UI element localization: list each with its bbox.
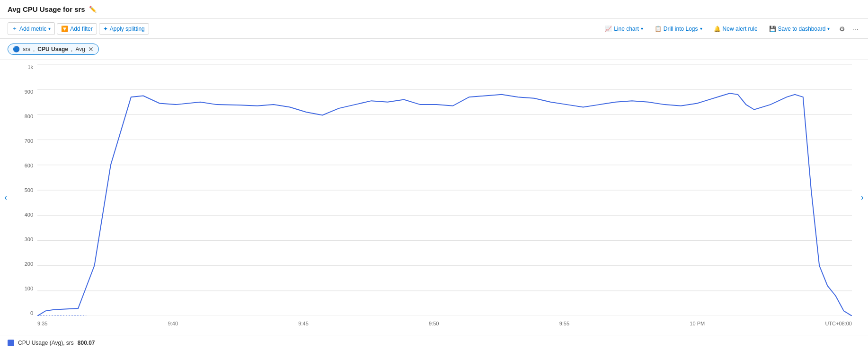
add-filter-button[interactable]: 🔽 Add filter bbox=[57, 23, 97, 35]
line-chart-button[interactable]: 📈 Line chart ▾ bbox=[601, 24, 647, 34]
x-axis: 9:35 9:40 9:45 9:50 9:55 10 PM UTC+08:00 bbox=[37, 321, 852, 326]
chart-svg bbox=[37, 64, 852, 316]
page-title: Avg CPU Usage for srs bbox=[8, 5, 85, 13]
y-label-700: 700 bbox=[25, 138, 33, 144]
y-label-100: 100 bbox=[25, 286, 33, 291]
y-label-0: 0 bbox=[30, 310, 33, 316]
legend-color-swatch bbox=[8, 340, 14, 346]
y-axis: 0 100 200 300 400 500 600 700 800 900 1k bbox=[11, 64, 36, 316]
save-icon: 💾 bbox=[769, 26, 776, 32]
apply-splitting-label: Apply splitting bbox=[110, 26, 145, 32]
chart-nav-right-button[interactable]: › bbox=[857, 60, 868, 335]
page: Avg CPU Usage for srs ✏️ ＋ Add metric ▾ … bbox=[0, 0, 868, 350]
filter-icon: 🔽 bbox=[61, 26, 68, 32]
metric-tag-remove-button[interactable]: ✕ bbox=[88, 46, 94, 52]
y-label-200: 200 bbox=[25, 261, 33, 267]
add-metric-chevron-icon: ▾ bbox=[48, 26, 51, 31]
x-label-950: 9:50 bbox=[429, 321, 439, 326]
add-filter-label: Add filter bbox=[70, 26, 92, 32]
legend-bar: CPU Usage (Avg), srs 800.07 bbox=[0, 335, 868, 350]
x-label-955: 9:55 bbox=[559, 321, 569, 326]
metric-tag: 🔵 srs , CPU Usage , Avg ✕ bbox=[8, 44, 99, 55]
drill-into-logs-label: Drill into Logs bbox=[664, 26, 698, 32]
save-chevron-icon: ▾ bbox=[827, 26, 830, 31]
save-to-dashboard-label: Save to dashboard bbox=[778, 26, 826, 32]
alert-icon: 🔔 bbox=[714, 26, 721, 32]
x-label-945: 9:45 bbox=[298, 321, 308, 326]
metric-separator2: , bbox=[71, 46, 72, 52]
y-label-500: 500 bbox=[25, 187, 33, 193]
metric-name: CPU Usage bbox=[37, 46, 68, 52]
apply-splitting-button[interactable]: ✦ Apply splitting bbox=[99, 23, 149, 35]
y-label-1k: 1k bbox=[27, 64, 33, 70]
new-alert-rule-label: New alert rule bbox=[723, 26, 758, 32]
save-to-dashboard-button[interactable]: 💾 Save to dashboard ▾ bbox=[765, 24, 834, 34]
settings-icon[interactable]: ⚙ bbox=[837, 23, 847, 35]
x-label-940: 9:40 bbox=[168, 321, 178, 326]
x-label-935: 9:35 bbox=[37, 321, 47, 326]
add-metric-label: Add metric bbox=[19, 26, 46, 32]
toolbar-left: ＋ Add metric ▾ 🔽 Add filter ✦ Apply spli… bbox=[8, 22, 599, 35]
metric-tag-bar: 🔵 srs , CPU Usage , Avg ✕ bbox=[0, 39, 868, 60]
split-icon: ✦ bbox=[103, 26, 108, 32]
legend-label: CPU Usage (Avg), srs bbox=[18, 340, 74, 346]
y-label-300: 300 bbox=[25, 236, 33, 242]
add-metric-button[interactable]: ＋ Add metric ▾ bbox=[8, 22, 55, 35]
chart-nav-left-button[interactable]: ‹ bbox=[0, 60, 11, 335]
more-options-icon[interactable]: ··· bbox=[851, 23, 860, 35]
x-label-utc: UTC+08:00 bbox=[825, 321, 852, 326]
y-label-600: 600 bbox=[25, 163, 33, 168]
line-chart-chevron-icon: ▾ bbox=[641, 26, 643, 31]
legend-value: 800.07 bbox=[78, 340, 95, 346]
toolbar: ＋ Add metric ▾ 🔽 Add filter ✦ Apply spli… bbox=[0, 19, 868, 39]
metric-service: srs bbox=[23, 46, 30, 52]
x-label-10pm: 10 PM bbox=[690, 321, 705, 326]
y-label-900: 900 bbox=[25, 89, 33, 95]
title-bar: Avg CPU Usage for srs ✏️ bbox=[0, 0, 868, 19]
metric-separator: , bbox=[33, 46, 35, 52]
plus-icon: ＋ bbox=[12, 25, 18, 33]
drill-into-logs-button[interactable]: 📋 Drill into Logs ▾ bbox=[651, 24, 706, 34]
metric-aggregation: Avg bbox=[75, 46, 85, 52]
new-alert-rule-button[interactable]: 🔔 New alert rule bbox=[710, 24, 762, 34]
y-label-800: 800 bbox=[25, 114, 33, 119]
logs-icon: 📋 bbox=[655, 26, 662, 32]
toolbar-right: 📈 Line chart ▾ 📋 Drill into Logs ▾ 🔔 New… bbox=[601, 23, 860, 35]
logs-chevron-icon: ▾ bbox=[700, 26, 702, 31]
y-label-400: 400 bbox=[25, 212, 33, 218]
metric-service-icon: 🔵 bbox=[13, 46, 20, 52]
edit-title-icon[interactable]: ✏️ bbox=[89, 6, 97, 13]
chart-area: ‹ 0 100 200 300 400 500 600 700 800 900 … bbox=[0, 60, 868, 335]
chart-inner: 0 100 200 300 400 500 600 700 800 900 1k bbox=[11, 60, 857, 335]
line-chart-label: Line chart bbox=[614, 26, 639, 32]
line-chart-icon: 📈 bbox=[605, 26, 612, 32]
